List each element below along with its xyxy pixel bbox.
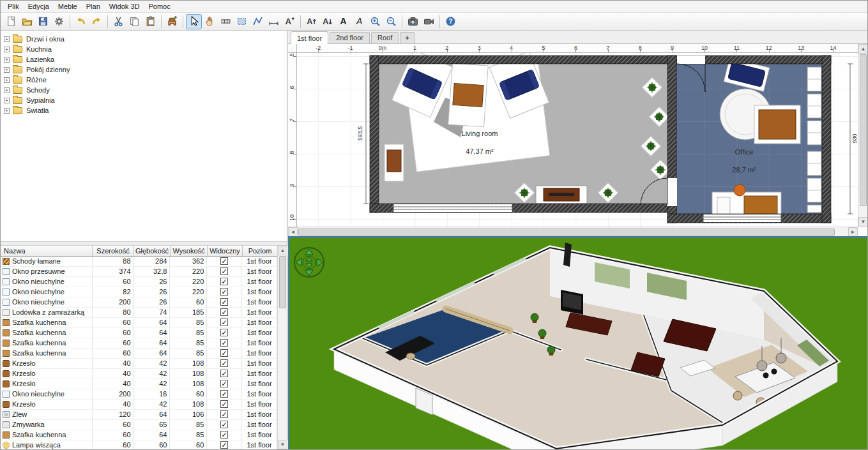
paste-button[interactable] <box>142 14 158 29</box>
tree-item-schody[interactable]: +Schody <box>1 85 287 95</box>
expand-icon[interactable]: + <box>4 47 10 52</box>
visible-checkbox[interactable]: ✓ <box>220 400 228 408</box>
menu-plan[interactable]: Plan <box>82 2 105 11</box>
tree-item-drzwi-i-okna[interactable]: +Drzwi i okna <box>1 34 287 44</box>
scroll-down-arrow-icon[interactable]: ▼ <box>278 440 287 449</box>
visible-checkbox[interactable]: ✓ <box>220 421 228 428</box>
visible-checkbox[interactable]: ✓ <box>220 410 228 418</box>
create-dimensions-button[interactable] <box>266 14 282 29</box>
expand-icon[interactable]: + <box>4 67 10 73</box>
furniture-row[interactable]: Schody łamane88284362✓1st floor <box>1 257 277 267</box>
furniture-row[interactable]: Szafka kuchenna606485✓1st floor <box>1 430 277 440</box>
preferences-button[interactable] <box>51 14 67 29</box>
add-furniture-button[interactable] <box>164 14 180 29</box>
expand-icon[interactable]: + <box>4 36 10 42</box>
scroll-up-arrow-icon[interactable]: ▲ <box>278 246 287 255</box>
pan-button[interactable] <box>202 14 218 29</box>
furniture-row[interactable]: Szafka kuchenna606485✓1st floor <box>1 318 277 328</box>
add-text-button[interactable]: A <box>282 14 298 29</box>
create-polylines-button[interactable] <box>250 14 266 29</box>
tree-item-kuchnia[interactable]: +Kuchnia <box>1 44 287 54</box>
save-button[interactable] <box>35 14 51 29</box>
italic-button[interactable]: A <box>351 14 367 29</box>
visible-checkbox[interactable]: ✓ <box>220 339 228 347</box>
add-level-tab[interactable]: + <box>400 32 414 43</box>
tree-item-r-ne[interactable]: +Różne <box>1 75 287 85</box>
visible-checkbox[interactable]: ✓ <box>220 267 228 275</box>
furniture-row[interactable]: Krzesło4042108✓1st floor <box>1 400 277 410</box>
furniture-row[interactable]: Krzesło4042108✓1st floor <box>1 359 277 369</box>
zoom-out-button[interactable] <box>383 14 399 29</box>
floor-plan-svg[interactable]: 593,5 930 <box>297 53 859 227</box>
furniture-row[interactable]: Okno nieuchylne2002660✓1st floor <box>1 297 277 308</box>
tab-1st-floor[interactable]: 1st floor <box>291 31 328 44</box>
photo-button[interactable] <box>405 14 421 29</box>
scroll-right-arrow-icon[interactable]: ► <box>848 227 858 237</box>
help-button[interactable]: ? <box>443 14 459 29</box>
menu-widok-3d[interactable]: Widok 3D <box>105 2 144 11</box>
view-3d-canvas[interactable] <box>289 237 867 449</box>
scrollbar-thumb[interactable] <box>298 229 835 236</box>
scrollbar-thumb[interactable] <box>279 256 286 308</box>
scroll-left-arrow-icon[interactable]: ◄ <box>288 227 298 237</box>
menu-edycja[interactable]: Edycja <box>24 2 54 11</box>
visible-checkbox[interactable]: ✓ <box>220 257 228 265</box>
new-button[interactable] <box>3 14 19 29</box>
menu-plik[interactable]: Plik <box>3 2 24 11</box>
column-header-poziom[interactable]: Poziom <box>243 246 278 256</box>
menu-meble[interactable]: Meble <box>54 2 82 11</box>
column-header-widoczny[interactable]: Widoczny <box>208 246 243 256</box>
column-header-szeroko[interactable]: Szerokość <box>93 246 134 256</box>
furniture-row[interactable]: Lodówka z zamrażarką8074185✓1st floor <box>1 308 277 318</box>
menu-pomoc[interactable]: Pomoc <box>144 2 174 11</box>
office-table-icon[interactable] <box>754 105 800 144</box>
dining-table-icon[interactable] <box>448 63 489 127</box>
column-header-wysoko[interactable]: Wysokość <box>171 246 208 256</box>
expand-icon[interactable]: + <box>4 87 10 93</box>
visible-checkbox[interactable]: ✓ <box>220 298 228 306</box>
cabinet-icon[interactable] <box>385 144 404 181</box>
tree-item-sypialnia[interactable]: +Sypialnia <box>1 95 287 105</box>
tree-item-azienka[interactable]: +Łazienka <box>1 54 287 64</box>
tree-item-wiat-a[interactable]: +Światła <box>1 105 287 116</box>
tab-roof[interactable]: Roof <box>371 32 399 43</box>
scrollbar-thumb[interactable] <box>860 54 867 206</box>
plan-vertical-scrollbar[interactable]: ▲ ▼ <box>858 44 867 227</box>
bold-button[interactable]: A <box>335 14 351 29</box>
visible-checkbox[interactable]: ✓ <box>220 431 228 439</box>
cut-button[interactable] <box>110 14 126 29</box>
visible-checkbox[interactable]: ✓ <box>220 380 228 387</box>
visible-checkbox[interactable]: ✓ <box>220 319 228 326</box>
office-bookshelves[interactable] <box>807 67 821 213</box>
create-rooms-button[interactable] <box>234 14 250 29</box>
tree-item-pok-j-dzienny[interactable]: +Pokój dzienny <box>1 64 287 75</box>
tab-2nd-floor[interactable]: 2nd floor <box>330 32 370 43</box>
expand-icon[interactable]: + <box>4 77 10 83</box>
visible-checkbox[interactable]: ✓ <box>220 441 228 449</box>
furniture-row[interactable]: Szafka kuchenna606485✓1st floor <box>1 349 277 359</box>
zoom-in-button[interactable] <box>367 14 383 29</box>
furniture-row[interactable]: Zmywarka606585✓1st floor <box>1 420 277 430</box>
create-walls-button[interactable] <box>218 14 234 29</box>
furniture-row[interactable]: Okno przesuwne37432,8220✓1st floor <box>1 267 277 277</box>
expand-icon[interactable]: + <box>4 108 10 114</box>
visible-checkbox[interactable]: ✓ <box>220 329 228 336</box>
column-header-nazwa[interactable]: Nazwa <box>1 246 93 256</box>
furniture-row[interactable]: Szafka kuchenna606485✓1st floor <box>1 328 277 338</box>
text-larger-button[interactable]: A <box>303 14 319 29</box>
copy-button[interactable] <box>126 14 142 29</box>
select-button[interactable] <box>186 14 202 29</box>
visible-checkbox[interactable]: ✓ <box>220 349 228 357</box>
visible-checkbox[interactable]: ✓ <box>220 288 228 296</box>
tv-bench-icon[interactable] <box>536 186 587 204</box>
3d-view-panel[interactable] <box>288 236 867 449</box>
furniture-row[interactable]: Okno nieuchylne8226220✓1st floor <box>1 287 277 297</box>
visible-checkbox[interactable]: ✓ <box>220 359 228 367</box>
furniture-row[interactable]: Zlew12064106✓1st floor <box>1 410 277 420</box>
scroll-up-arrow-icon[interactable]: ▲ <box>858 44 868 54</box>
visible-checkbox[interactable]: ✓ <box>220 370 228 377</box>
open-button[interactable] <box>19 14 35 29</box>
undo-button[interactable] <box>73 14 89 29</box>
furniture-row[interactable]: Okno nieuchylne2001660✓1st floor <box>1 389 277 400</box>
expand-icon[interactable]: + <box>4 57 10 63</box>
